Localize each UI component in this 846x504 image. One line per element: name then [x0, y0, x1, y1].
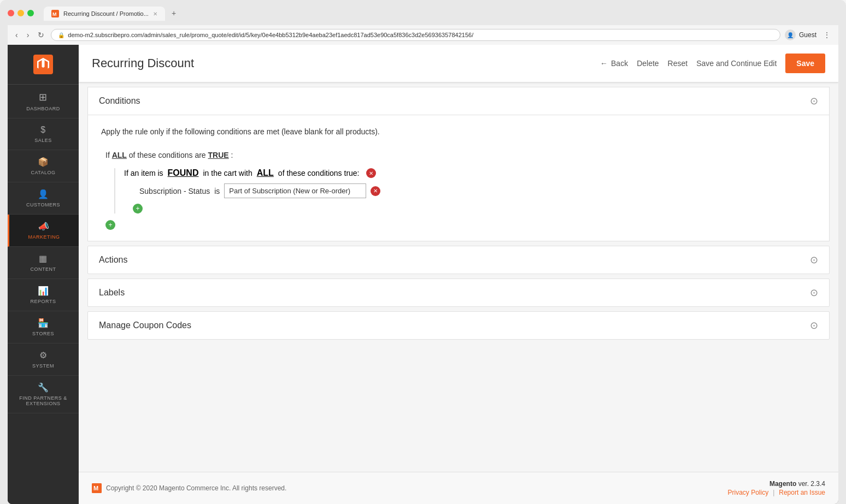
sidebar-item-reports-label: REPORTS: [31, 299, 56, 304]
sidebar-item-content-label: CONTENT: [31, 266, 56, 272]
sales-icon: $: [40, 125, 45, 135]
address-bar[interactable]: 🔒 demo-m2.subscribepro.com/admin/sales_r…: [51, 29, 780, 41]
add-condition-nested: +: [124, 204, 816, 214]
header-actions: ← Back Delete Reset Save and Continue Ed…: [600, 54, 825, 73]
sidebar-item-sales[interactable]: $ SALES: [8, 118, 79, 150]
reset-button[interactable]: Reset: [668, 59, 688, 68]
conditions-body: Apply the rule only if the following con…: [88, 115, 829, 241]
sidebar-item-marketing[interactable]: 📣 MARKETING: [8, 215, 79, 247]
sidebar-item-system[interactable]: ⚙ SYSTEM: [8, 343, 79, 376]
content-icon: ▦: [39, 253, 48, 264]
if-label: If: [105, 151, 110, 159]
maximize-button[interactable]: [27, 10, 34, 16]
sidebar-item-system-label: SYSTEM: [32, 363, 54, 369]
coupon-section: Manage Coupon Codes ⊙: [87, 311, 830, 340]
sidebar-item-reports[interactable]: 📊 REPORTS: [8, 279, 79, 311]
in-cart-label: in the cart with: [203, 169, 252, 177]
condition-root-line: If ALL of these conditions are TRUE :: [101, 151, 816, 159]
footer-logo-icon: M: [92, 483, 102, 493]
url-text: demo-m2.subscribepro.com/admin/sales_rul…: [68, 32, 773, 38]
conditions-section-header[interactable]: Conditions ⊙: [88, 87, 829, 115]
version-number: ver. 2.3.4: [798, 480, 825, 488]
magento-logo: [33, 55, 53, 74]
sidebar-item-dashboard[interactable]: ⊞ DASHBOARD: [8, 85, 79, 118]
add-root-condition: +: [101, 220, 816, 230]
tab-title: Recurring Discount / Promotio...: [63, 10, 149, 17]
tab-close-icon[interactable]: ✕: [153, 11, 157, 17]
sidebar-item-catalog[interactable]: 📦 CATALOG: [8, 150, 79, 182]
page-header: Recurring Discount ← Back Delete Reset S…: [79, 45, 838, 82]
save-continue-label: Save and Continue Edit: [696, 59, 777, 68]
delete-label: Delete: [637, 59, 659, 68]
user-menu[interactable]: 👤 Guest: [785, 29, 816, 40]
tab-favicon: M: [51, 10, 59, 17]
colon-label: :: [231, 151, 233, 159]
sidebar: ⊞ DASHBOARD $ SALES 📦 CATALOG 👤 CUSTOMER…: [8, 45, 79, 504]
sidebar-item-partners[interactable]: 🔧 FIND PARTNERS & EXTENSIONS: [8, 376, 79, 413]
user-avatar: 👤: [785, 29, 796, 40]
condition-nested-block: If an item is FOUND in the cart with ALL…: [114, 168, 816, 214]
save-continue-button[interactable]: Save and Continue Edit: [696, 59, 777, 68]
remove-nested-condition-button[interactable]: ✕: [366, 168, 376, 178]
condition-value-select[interactable]: Part of Subscription (New or Re-order) N…: [224, 183, 366, 198]
conditions-toggle-icon: ⊙: [810, 95, 818, 107]
true-condition-toggle[interactable]: TRUE: [208, 151, 229, 159]
footer-right-area: Magento ver. 2.3.4 Privacy Policy | Repo…: [727, 480, 825, 496]
delete-button[interactable]: Delete: [637, 59, 659, 68]
actions-section-header[interactable]: Actions ⊙: [88, 246, 829, 274]
privacy-policy-link[interactable]: Privacy Policy: [727, 489, 768, 496]
reload-button[interactable]: ↻: [36, 28, 46, 41]
sidebar-item-catalog-label: CATALOG: [31, 170, 55, 175]
lock-icon: 🔒: [58, 32, 64, 38]
sidebar-item-marketing-label: MARKETING: [28, 234, 60, 240]
main-content: Recurring Discount ← Back Delete Reset S…: [79, 45, 838, 504]
close-button[interactable]: [8, 10, 14, 16]
customers-icon: 👤: [38, 189, 49, 199]
footer-link-separator: |: [773, 489, 774, 496]
magento-footer-icon: M: [92, 483, 102, 493]
labels-section: Labels ⊙: [87, 278, 830, 307]
dashboard-icon: ⊞: [39, 91, 48, 103]
back-button[interactable]: ← Back: [600, 59, 628, 68]
conditions-description: Apply the rule only if the following con…: [101, 126, 816, 138]
nested-all-toggle[interactable]: ALL: [257, 168, 274, 178]
remove-condition-row-button[interactable]: ✕: [371, 186, 380, 196]
labels-section-header[interactable]: Labels ⊙: [88, 279, 829, 306]
add-condition-button-1[interactable]: +: [133, 204, 143, 214]
found-toggle[interactable]: FOUND: [168, 168, 199, 178]
all-condition-toggle[interactable]: ALL: [112, 151, 127, 159]
save-button[interactable]: Save: [785, 54, 825, 73]
sidebar-item-stores[interactable]: 🏪 STORES: [8, 311, 79, 343]
sidebar-item-customers[interactable]: 👤 CUSTOMERS: [8, 182, 79, 215]
footer-logo-area: M Copyright © 2020 Magento Commerce Inc.…: [92, 483, 286, 493]
sidebar-item-content[interactable]: ▦ CONTENT: [8, 247, 79, 279]
add-condition-button-2[interactable]: +: [105, 220, 115, 230]
sidebar-item-customers-label: CUSTOMERS: [26, 202, 60, 207]
magento-version-label: Magento: [769, 480, 796, 488]
actions-section: Actions ⊙: [87, 246, 830, 274]
page-title: Recurring Discount: [92, 56, 194, 70]
reports-icon: 📊: [38, 286, 49, 296]
reset-label: Reset: [668, 59, 688, 68]
report-issue-link[interactable]: Report an Issue: [779, 489, 825, 496]
footer-links: Privacy Policy | Report an Issue: [727, 489, 825, 496]
catalog-icon: 📦: [38, 157, 49, 167]
sidebar-item-sales-label: SALES: [34, 138, 52, 143]
minimize-button[interactable]: [17, 10, 24, 16]
coupon-section-header[interactable]: Manage Coupon Codes ⊙: [88, 312, 829, 339]
stores-icon: 🏪: [38, 318, 49, 328]
nested-suffix-label: of these conditions true:: [278, 169, 360, 177]
magento-logo-icon: [37, 58, 49, 71]
forward-nav-button[interactable]: ›: [25, 28, 32, 41]
footer-version: Magento ver. 2.3.4: [727, 480, 825, 488]
partners-icon: 🔧: [38, 382, 49, 393]
condition-field-label: Subscription - Status: [139, 187, 210, 195]
actions-title: Actions: [99, 255, 127, 265]
sidebar-item-dashboard-label: DASHBOARD: [26, 106, 60, 111]
new-tab-button[interactable]: +: [165, 5, 183, 21]
back-nav-button[interactable]: ‹: [13, 28, 20, 41]
conditions-title: Conditions: [99, 96, 140, 106]
more-options-button[interactable]: ⋮: [821, 28, 833, 41]
active-tab[interactable]: M Recurring Discount / Promotio... ✕: [44, 7, 165, 21]
labels-title: Labels: [99, 288, 125, 298]
